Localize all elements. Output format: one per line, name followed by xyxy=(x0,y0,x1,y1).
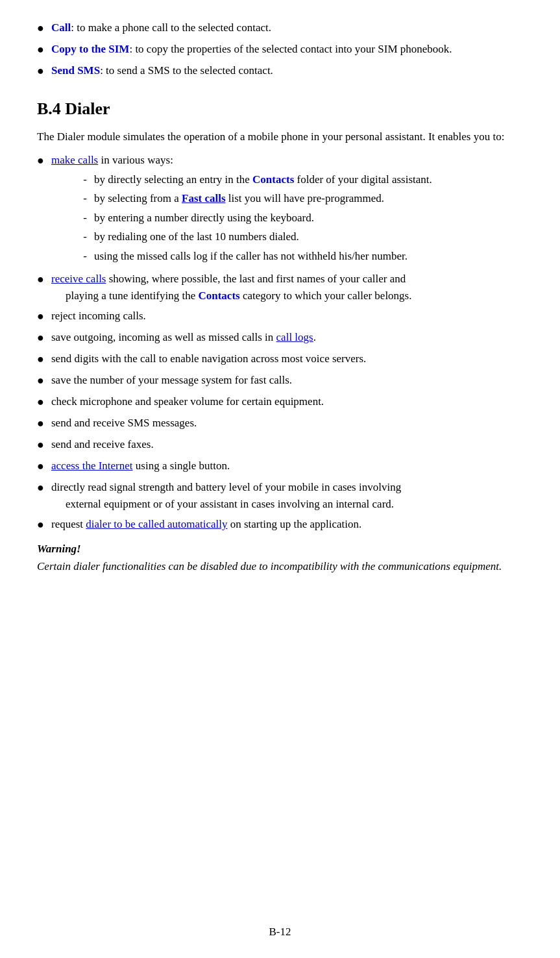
sub-text-fast-calls: by selecting from a Fast calls list you … xyxy=(94,190,523,207)
receive-calls-continuation: playing a tune identifying the Contacts … xyxy=(66,288,523,304)
bullet-dot-signal-strength: ● xyxy=(37,479,51,497)
bullet-text-receive-calls: receive calls showing, where possible, t… xyxy=(51,271,523,304)
bullet-dot-access-internet: ● xyxy=(37,458,51,475)
sub-item-redialing: - by redialing one of the last 10 number… xyxy=(76,228,523,245)
bullet-send-digits: ● send digits with the call to enable na… xyxy=(37,350,523,368)
bullet-access-internet: ● access the Internet using a single but… xyxy=(37,458,523,475)
warning-section: Warning! Certain dialer functionalities … xyxy=(37,540,523,575)
bullet-signal-strength: ● directly read signal strength and batt… xyxy=(37,479,523,512)
bullet-text-send-sms: Send SMS: to send a SMS to the selected … xyxy=(51,62,523,79)
section-heading: B.4 Dialer xyxy=(37,99,523,119)
sub-dash-2: - xyxy=(76,190,94,207)
bullet-dot-send-digits: ● xyxy=(37,350,51,368)
top-bullet-send-sms: ● Send SMS: to send a SMS to the selecte… xyxy=(37,62,523,80)
make-calls-after: in various ways: xyxy=(98,154,173,166)
bullet-save-message: ● save the number of your message system… xyxy=(37,372,523,389)
sub-item-fast-calls: - by selecting from a Fast calls list yo… xyxy=(76,190,523,207)
sub-item-contacts: - by directly selecting an entry in the … xyxy=(76,171,523,188)
bullet-dot-make-calls: ● xyxy=(37,152,51,169)
bullet-check-microphone: ● check microphone and speaker volume fo… xyxy=(37,393,523,411)
bullet-text-send-receive-sms: send and receive SMS messages. xyxy=(51,415,523,432)
sub-dash-4: - xyxy=(76,228,94,245)
copy-sim-label: Copy to the SIM xyxy=(51,43,129,55)
top-bullet-call: ● Call: to make a phone call to the sele… xyxy=(37,19,523,37)
call-label: Call xyxy=(51,21,71,34)
call-logs-link[interactable]: call logs xyxy=(276,331,313,343)
bullet-text-reject-calls: reject incoming calls. xyxy=(51,308,523,325)
bullet-text-signal-strength: directly read signal strength and batter… xyxy=(51,479,523,512)
bullet-send-receive-sms: ● send and receive SMS messages. xyxy=(37,415,523,432)
bullet-dot-copy-sim: ● xyxy=(37,41,51,58)
receive-calls-link[interactable]: receive calls xyxy=(51,273,106,285)
top-bullet-copy-sim: ● Copy to the SIM: to copy the propertie… xyxy=(37,41,523,58)
bullet-dot-call: ● xyxy=(37,19,51,37)
sub-item-keyboard: - by entering a number directly using th… xyxy=(76,210,523,227)
sub-item-missed-calls: - using the missed calls log if the call… xyxy=(76,248,523,265)
make-calls-link[interactable]: make calls xyxy=(51,154,98,166)
page-footer: B-12 xyxy=(0,926,560,939)
signal-strength-continuation: external equipment or of your assistant … xyxy=(66,496,523,513)
make-calls-sub-list: - by directly selecting an entry in the … xyxy=(76,171,523,265)
sub-text-contacts: by directly selecting an entry in the Co… xyxy=(94,171,523,188)
send-sms-text: : to send a SMS to the selected contact. xyxy=(100,64,273,77)
bullet-reject-calls: ● reject incoming calls. xyxy=(37,308,523,325)
bullet-make-calls: ● make calls in various ways: - by direc… xyxy=(37,152,523,267)
call-text: : to make a phone call to the selected c… xyxy=(71,21,271,34)
bullet-dot-reject-calls: ● xyxy=(37,308,51,325)
bullet-dot-receive-calls: ● xyxy=(37,271,51,288)
bullet-text-save-calls: save outgoing, incoming as well as misse… xyxy=(51,329,523,346)
bullet-text-make-calls: make calls in various ways: - by directl… xyxy=(51,152,523,267)
copy-sim-text: : to copy the properties of the selected… xyxy=(129,43,452,55)
bullet-text-call: Call: to make a phone call to the select… xyxy=(51,19,523,36)
bullet-dot-send-receive-faxes: ● xyxy=(37,436,51,454)
bullet-save-calls: ● save outgoing, incoming as well as mis… xyxy=(37,329,523,347)
bullet-text-send-receive-faxes: send and receive faxes. xyxy=(51,436,523,453)
warning-label: Warning! xyxy=(37,540,523,558)
bullet-send-receive-faxes: ● send and receive faxes. xyxy=(37,436,523,454)
bullet-dot-save-calls: ● xyxy=(37,329,51,347)
send-sms-label: Send SMS xyxy=(51,64,100,77)
bullet-dot-send-receive-sms: ● xyxy=(37,415,51,432)
bullet-dot-check-microphone: ● xyxy=(37,393,51,411)
bullet-text-copy-sim: Copy to the SIM: to copy the properties … xyxy=(51,41,523,58)
sub-text-redialing: by redialing one of the last 10 numbers … xyxy=(94,228,523,245)
sub-text-missed-calls: using the missed calls log if the caller… xyxy=(94,248,523,265)
warning-text: Certain dialer functionalities can be di… xyxy=(37,558,523,575)
sub-text-keyboard: by entering a number directly using the … xyxy=(94,210,523,227)
bullet-dot-save-message: ● xyxy=(37,372,51,389)
contacts-link-1: Contacts xyxy=(252,173,294,186)
section-intro: The Dialer module simulates the operatio… xyxy=(37,128,523,145)
bullet-text-send-digits: send digits with the call to enable navi… xyxy=(51,350,523,367)
contacts-link-2: Contacts xyxy=(198,289,239,302)
sub-dash-5: - xyxy=(76,248,94,265)
dialer-auto-link[interactable]: dialer to be called automatically xyxy=(86,518,227,530)
bullet-dot-request-dialer: ● xyxy=(37,516,51,534)
bullet-text-request-dialer: request dialer to be called automaticall… xyxy=(51,516,523,533)
fast-calls-link: Fast calls xyxy=(182,192,226,204)
bullet-dot-send-sms: ● xyxy=(37,62,51,80)
sub-dash-1: - xyxy=(76,171,94,188)
bullet-request-dialer: ● request dialer to be called automatica… xyxy=(37,516,523,534)
bullet-text-save-message: save the number of your message system f… xyxy=(51,372,523,389)
receive-calls-after: showing, where possible, the last and fi… xyxy=(106,273,406,285)
bullet-receive-calls: ● receive calls showing, where possible,… xyxy=(37,271,523,304)
bullet-text-access-internet: access the Internet using a single butto… xyxy=(51,458,523,474)
access-internet-link[interactable]: access the Internet xyxy=(51,460,133,472)
signal-strength-line1: directly read signal strength and batter… xyxy=(51,481,401,493)
bullet-text-check-microphone: check microphone and speaker volume for … xyxy=(51,393,523,410)
sub-dash-3: - xyxy=(76,210,94,227)
